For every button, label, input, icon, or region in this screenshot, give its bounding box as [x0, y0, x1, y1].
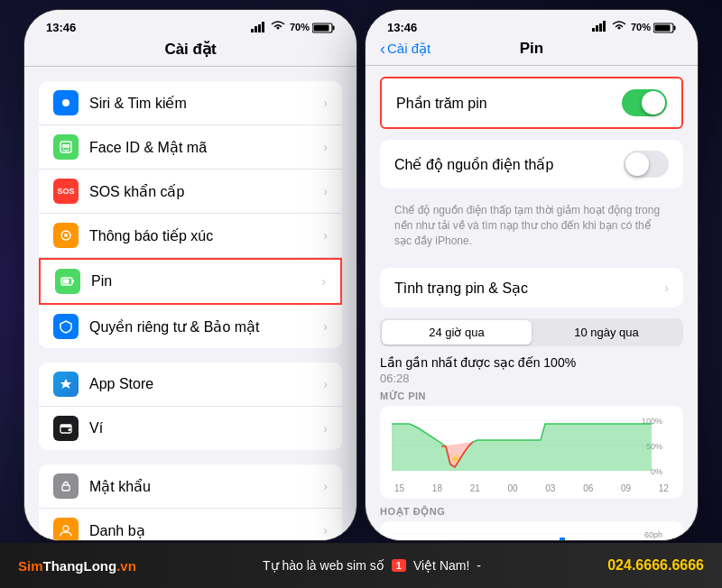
svg-text:⚡: ⚡ [449, 453, 461, 464]
chevron-icon: › [323, 96, 328, 110]
battery-chart: 100% 50% 0% ⚡ [380, 406, 683, 499]
signal-icon [251, 22, 266, 34]
logo-sim: Sim [18, 558, 43, 574]
right-battery-scroll[interactable]: Phần trăm pin Chế độ nguồn điện thấp Chế… [366, 66, 698, 540]
settings-group-2: App Store › Ví › [39, 363, 342, 450]
tab-24h[interactable]: 24 giờ qua [382, 320, 532, 345]
settings-row-pin[interactable]: Pin › [39, 258, 342, 305]
low-power-row[interactable]: Chế độ nguồn điện thấp [380, 140, 683, 188]
svg-rect-74 [560, 537, 565, 540]
svg-rect-37 [655, 25, 671, 32]
svg-rect-5 [333, 26, 335, 31]
contact-notify-icon [53, 223, 79, 248]
low-power-toggle[interactable] [624, 151, 669, 178]
number-one-badge: 1 [392, 559, 406, 572]
left-status-right: 70% [251, 21, 335, 34]
settings-row-sos[interactable]: SOS SOS khẩn cấp › [39, 170, 342, 214]
logo-thanglong: ThangLong [43, 558, 117, 574]
chevron-icon: › [323, 140, 328, 154]
back-chevron-icon: ‹ [380, 41, 385, 57]
svg-text:0%: 0% [651, 467, 662, 476]
chevron-icon: › [323, 228, 328, 243]
left-nav-title: Cài đặt [164, 41, 216, 58]
chevron-icon: › [323, 421, 328, 436]
svg-rect-19 [62, 485, 69, 491]
svg-rect-15 [63, 280, 69, 284]
password-icon [53, 473, 79, 499]
svg-point-7 [62, 99, 69, 106]
settings-group-3: Mật khẩu › Danh bạ › [39, 464, 342, 540]
tab-10days[interactable]: 10 ngày qua [532, 320, 681, 345]
wallet-icon [53, 416, 79, 441]
svg-point-9 [63, 145, 66, 148]
low-power-description: Chế độ nguồn điện thấp tạm thời giảm hoạ… [380, 199, 683, 257]
chevron-icon: › [323, 377, 328, 391]
chevron-icon: › [323, 184, 328, 198]
logo-vn: .vn [116, 558, 136, 574]
chevron-icon: › [323, 523, 328, 537]
toggle-knob-off [625, 152, 649, 176]
svg-rect-0 [251, 29, 254, 32]
activity-chart: 60ph 30ph 0ph [380, 521, 683, 540]
siri-icon [53, 90, 79, 115]
wifi-icon [612, 21, 626, 34]
wifi-icon [271, 21, 285, 34]
back-button[interactable]: ‹ Cài đặt [380, 41, 430, 57]
settings-row-faceid[interactable]: Face ID & Mật mã › [39, 125, 342, 170]
settings-row-contact[interactable]: Thông báo tiếp xúc › [39, 214, 342, 258]
svg-rect-14 [72, 280, 74, 283]
chevron-icon: › [323, 479, 328, 493]
banner-phone: 024.6666.6666 [607, 557, 704, 574]
right-time: 13:46 [387, 21, 417, 34]
svg-rect-31 [592, 28, 595, 32]
settings-row-privacy[interactable]: Quyền riêng tư & Bảo mật › [39, 305, 342, 348]
privacy-icon [53, 314, 79, 339]
svg-rect-34 [603, 21, 606, 32]
svg-rect-1 [255, 26, 257, 32]
left-settings-scroll[interactable]: Siri & Tim kiếm › Face ID & Mật mã › SOS… [24, 67, 356, 540]
banner-tagline: Tự hào là web sim số 1 Việt Nam! - [263, 558, 481, 573]
battery-status-row[interactable]: Tình trạng pin & Sạc › [380, 268, 683, 308]
battery-percent-toggle[interactable] [622, 89, 667, 116]
battery-settings-icon [55, 269, 80, 294]
svg-point-12 [64, 234, 68, 237]
battery-display: 70% [290, 22, 335, 33]
chevron-icon: › [323, 319, 328, 334]
right-phone: 13:46 [365, 9, 699, 541]
bottom-banner: Sim ThangLong .vn Tự hào là web sim số 1… [0, 543, 722, 588]
svg-rect-17 [60, 425, 71, 427]
svg-rect-32 [596, 25, 598, 32]
battery-status-section: Tình trạng pin & Sạc › [380, 268, 683, 308]
faceid-icon [53, 134, 79, 160]
right-nav-title: Pin [520, 40, 543, 58]
right-status-right: 70% [592, 21, 676, 34]
battery-display-right: 70% [631, 22, 676, 33]
chevron-icon: › [664, 280, 669, 295]
chevron-icon: › [321, 274, 326, 289]
settings-row-appstore[interactable]: App Store › [39, 363, 342, 407]
contacts-icon [53, 518, 79, 540]
banner-logo: Sim ThangLong .vn [18, 558, 136, 574]
settings-row-siri[interactable]: Siri & Tim kiếm › [39, 81, 342, 125]
settings-row-password[interactable]: Mật khẩu › [39, 464, 342, 509]
low-power-section: Chế độ nguồn điện thấp [380, 140, 683, 188]
svg-rect-36 [674, 26, 676, 31]
svg-point-10 [67, 145, 69, 148]
svg-point-18 [69, 428, 71, 431]
right-nav-bar: ‹ Cài đặt Pin [366, 38, 698, 66]
sos-icon: SOS [53, 179, 79, 204]
left-phone: 13:46 [23, 9, 357, 541]
settings-group-1: Siri & Tim kiếm › Face ID & Mật mã › SOS… [39, 81, 342, 348]
svg-rect-2 [258, 24, 261, 32]
settings-row-wallet[interactable]: Ví › [39, 407, 342, 450]
right-status-bar: 13:46 [366, 10, 698, 38]
toggle-knob [642, 91, 665, 115]
svg-rect-33 [599, 23, 602, 32]
appstore-icon [53, 372, 79, 397]
battery-x-labels: 15 18 21 00 03 06 09 12 [391, 483, 672, 493]
svg-point-20 [63, 526, 69, 531]
time-tabs: 24 giờ qua 10 ngày qua [380, 318, 683, 346]
settings-row-contacts[interactable]: Danh bạ › [39, 509, 342, 540]
battery-percent-row[interactable]: Phần trăm pin [382, 78, 681, 127]
last-charged-section: Lần gần nhất được sạc đến 100% 06:28 MỨC… [380, 355, 683, 540]
